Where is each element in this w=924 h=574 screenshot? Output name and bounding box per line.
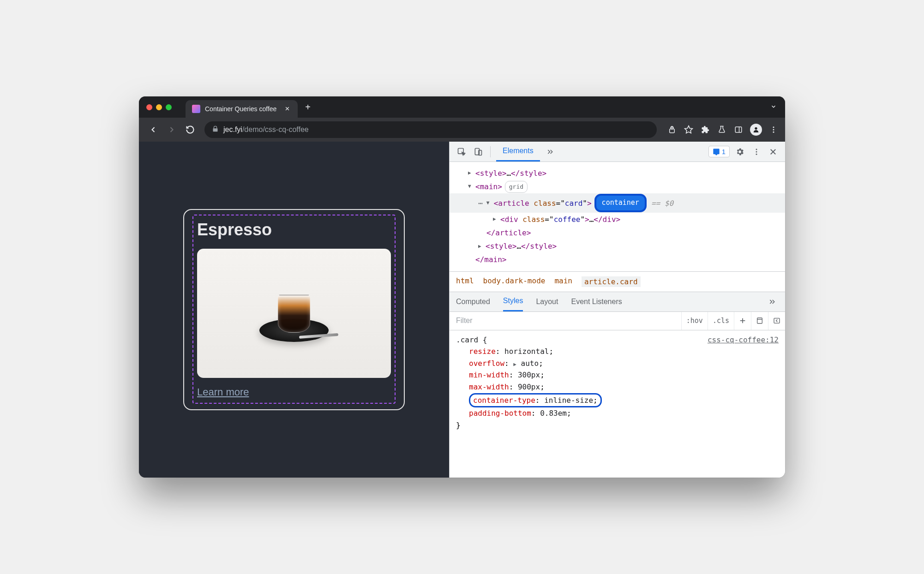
dom-div-node[interactable]: ▶ <div class="coffee">…</div>: [450, 213, 785, 226]
espresso-illustration: [262, 281, 326, 346]
url-host: jec.fyi: [223, 126, 242, 133]
tab-title: Container Queries coffee: [205, 105, 276, 113]
new-tab-button[interactable]: +: [305, 102, 311, 113]
breadcrumb-body[interactable]: body.dark-mode: [483, 276, 546, 287]
card-title: Espresso: [197, 220, 391, 239]
css-prop-min-width[interactable]: min-width: 300px;: [456, 369, 779, 381]
css-rule-close: }: [456, 419, 779, 431]
cls-button[interactable]: .cls: [708, 312, 734, 330]
css-rules-pane[interactable]: .card { css-cq-coffee:12 resize: horizon…: [450, 330, 785, 478]
tag: <style>: [475, 167, 506, 179]
minimize-window-button[interactable]: [156, 104, 162, 110]
traffic-lights: [146, 104, 172, 110]
sidepanel-icon[interactable]: [733, 125, 744, 135]
css-source-link[interactable]: css-cq-coffee:12: [708, 334, 779, 346]
content-area: Espresso Learn more: [139, 142, 785, 478]
svg-rect-3: [735, 127, 742, 132]
computed-tab[interactable]: Computed: [456, 292, 490, 311]
settings-gear-icon[interactable]: [733, 145, 746, 158]
issues-count: 1: [722, 148, 726, 155]
devtools-menu-icon[interactable]: [750, 145, 763, 158]
grid-badge[interactable]: grid: [505, 181, 528, 193]
extensions-icon[interactable]: [700, 125, 710, 135]
url-text: jec.fyi/demo/css-cq-coffee: [223, 126, 309, 134]
close-devtools-icon[interactable]: [767, 145, 780, 158]
profile-avatar[interactable]: [750, 124, 762, 136]
css-selector[interactable]: .card {: [456, 334, 487, 346]
dom-main-node[interactable]: ▼ <main> grid: [450, 180, 785, 193]
share-icon[interactable]: [667, 125, 677, 135]
browser-window: Container Queries coffee × + jec.fyi/dem…: [139, 96, 785, 478]
elements-tab[interactable]: Elements: [496, 142, 540, 161]
svg-point-12: [756, 149, 757, 150]
svg-marker-1: [685, 126, 693, 133]
css-prop-max-width[interactable]: max-width: 900px;: [456, 381, 779, 393]
breadcrumb-article[interactable]: article.card: [582, 276, 641, 287]
svg-rect-19: [757, 318, 762, 323]
close-tab-button[interactable]: ×: [285, 104, 289, 114]
layout-tab[interactable]: Layout: [536, 292, 558, 311]
addressbar: jec.fyi/demo/css-cq-coffee: [139, 118, 785, 142]
learn-more-link[interactable]: Learn more: [197, 386, 249, 398]
dom-tree[interactable]: ▶ <style>…</style> ▼ <main> grid ⋯ ▼ <ar…: [450, 162, 785, 271]
forward-button[interactable]: [164, 122, 180, 138]
css-rule-header: .card { css-cq-coffee:12: [456, 334, 779, 346]
back-button[interactable]: [145, 122, 161, 138]
svg-point-6: [773, 126, 774, 128]
dom-style-node[interactable]: ▶ <style>…</style>: [450, 167, 785, 180]
new-style-rule-button[interactable]: [734, 312, 751, 330]
styles-tab[interactable]: Styles: [503, 292, 523, 311]
dom-style-node-2[interactable]: ▶ <style>…</style>: [450, 239, 785, 253]
browser-tab[interactable]: Container Queries coffee ×: [186, 100, 298, 118]
devtools-panel: Elements 1: [449, 142, 785, 478]
page-viewport: Espresso Learn more: [139, 142, 449, 478]
devtools-tabbar: Elements 1: [450, 142, 785, 162]
device-toolbar-icon[interactable]: [472, 145, 485, 158]
svg-rect-21: [774, 318, 780, 323]
css-prop-container-type[interactable]: container-type: inline-size;: [456, 393, 779, 408]
dom-main-close[interactable]: </main>: [450, 253, 785, 266]
event-listeners-tab[interactable]: Event Listeners: [571, 292, 622, 311]
hov-button[interactable]: :hov: [681, 312, 708, 330]
svg-point-5: [755, 127, 757, 130]
dom-article-close[interactable]: </article>: [450, 226, 785, 239]
tab-strip: Container Queries coffee × +: [186, 96, 311, 118]
css-prop-padding-bottom[interactable]: padding-bottom: 0.83em;: [456, 407, 779, 419]
card[interactable]: Espresso Learn more: [183, 209, 405, 410]
inspect-element-icon[interactable]: [455, 145, 468, 158]
svg-point-13: [756, 151, 757, 152]
svg-point-8: [773, 132, 774, 133]
svg-point-14: [756, 153, 757, 155]
dom-breadcrumb: html body.dark-mode main article.card: [450, 271, 785, 292]
browser-menu-icon[interactable]: [768, 125, 779, 135]
url-field[interactable]: jec.fyi/demo/css-cq-coffee: [204, 121, 657, 138]
card-image: [197, 249, 391, 378]
addressbar-actions: [667, 124, 779, 136]
url-path: /demo/css-cq-coffee: [242, 126, 309, 133]
styles-tabbar: Computed Styles Layout Event Listeners: [450, 292, 785, 312]
breadcrumb-main[interactable]: main: [554, 276, 572, 287]
computed-sidebar-icon[interactable]: [751, 312, 768, 330]
node-actions-icon[interactable]: ⋯: [478, 197, 483, 209]
tabs-dropdown-button[interactable]: [770, 103, 777, 111]
titlebar: Container Queries coffee × +: [139, 96, 785, 118]
bookmark-star-icon[interactable]: [684, 125, 694, 135]
css-prop-overflow[interactable]: overflow: ▶ auto;: [456, 358, 779, 370]
labs-icon[interactable]: [717, 125, 727, 135]
breadcrumb-html[interactable]: html: [456, 276, 474, 287]
dom-article-node[interactable]: ⋯ ▼ <article class="card"> container == …: [450, 193, 785, 213]
console-ref: == $0: [651, 197, 673, 209]
close-window-button[interactable]: [146, 104, 152, 110]
lock-icon: [212, 126, 219, 134]
svg-point-7: [773, 129, 774, 131]
container-badge[interactable]: container: [594, 194, 647, 212]
divider: [490, 146, 491, 157]
issues-button[interactable]: 1: [708, 146, 730, 157]
more-tabs-icon[interactable]: [544, 145, 557, 158]
maximize-window-button[interactable]: [166, 104, 172, 110]
toggle-sidebar-icon[interactable]: [768, 312, 785, 330]
reload-button[interactable]: [182, 122, 198, 138]
css-prop-resize[interactable]: resize: horizontal;: [456, 346, 779, 358]
more-styles-tabs-icon[interactable]: [766, 295, 779, 308]
filter-input[interactable]: Filter: [450, 317, 681, 325]
